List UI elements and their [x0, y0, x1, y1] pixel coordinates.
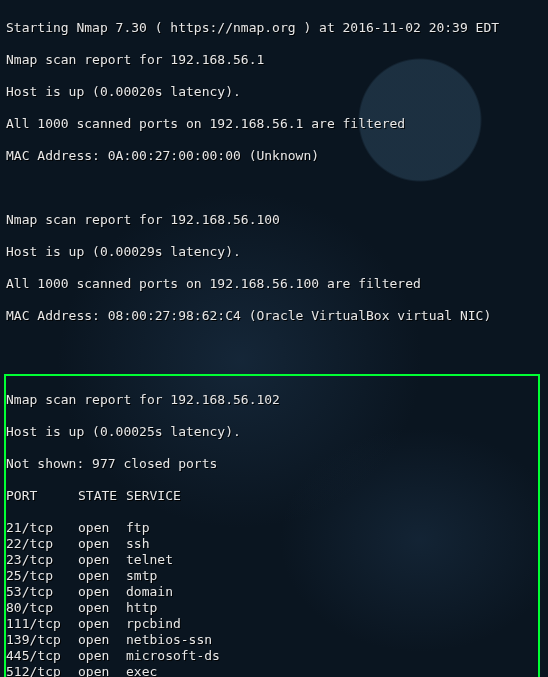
port-cell: 23/tcp — [6, 552, 78, 568]
port-row: 139/tcpopennetbios-ssn — [6, 632, 538, 648]
target-up: Host is up (0.00025s latency). — [6, 424, 538, 440]
host2-filtered: All 1000 scanned ports on 192.168.56.100… — [6, 276, 542, 292]
service-cell: rpcbind — [126, 616, 181, 631]
col-state: STATE — [78, 488, 126, 504]
port-cell: 512/tcp — [6, 664, 78, 677]
port-row: 25/tcpopensmtp — [6, 568, 538, 584]
target-notshown: Not shown: 977 closed ports — [6, 456, 538, 472]
highlighted-host-box: Nmap scan report for 192.168.56.102 Host… — [4, 374, 540, 677]
port-cell: 25/tcp — [6, 568, 78, 584]
port-cell: 445/tcp — [6, 648, 78, 664]
port-cell: 53/tcp — [6, 584, 78, 600]
service-cell: microsoft-ds — [126, 648, 220, 663]
port-row: 21/tcpopenftp — [6, 520, 538, 536]
port-cell: 22/tcp — [6, 536, 78, 552]
port-cell: 111/tcp — [6, 616, 78, 632]
state-cell: open — [78, 632, 126, 648]
port-table-header: PORTSTATESERVICE — [6, 488, 538, 504]
port-row: 445/tcpopenmicrosoft-ds — [6, 648, 538, 664]
port-row: 80/tcpopenhttp — [6, 600, 538, 616]
port-row: 23/tcpopentelnet — [6, 552, 538, 568]
host1-report: Nmap scan report for 192.168.56.1 — [6, 52, 542, 68]
state-cell: open — [78, 616, 126, 632]
state-cell: open — [78, 552, 126, 568]
state-cell: open — [78, 664, 126, 677]
state-cell: open — [78, 568, 126, 584]
host1-filtered: All 1000 scanned ports on 192.168.56.1 a… — [6, 116, 542, 132]
state-cell: open — [78, 584, 126, 600]
port-list: 21/tcpopenftp22/tcpopenssh23/tcpopenteln… — [6, 520, 538, 677]
service-cell: domain — [126, 584, 173, 599]
service-cell: exec — [126, 664, 157, 677]
state-cell: open — [78, 600, 126, 616]
nmap-starting-line: Starting Nmap 7.30 ( https://nmap.org ) … — [6, 20, 542, 36]
service-cell: telnet — [126, 552, 173, 567]
port-cell: 139/tcp — [6, 632, 78, 648]
col-service: SERVICE — [126, 488, 181, 503]
service-cell: ftp — [126, 520, 149, 535]
terminal-output: Starting Nmap 7.30 ( https://nmap.org ) … — [0, 0, 548, 677]
blank-line — [6, 340, 542, 356]
state-cell: open — [78, 520, 126, 536]
host2-mac: MAC Address: 08:00:27:98:62:C4 (Oracle V… — [6, 308, 542, 324]
state-cell: open — [78, 648, 126, 664]
port-row: 22/tcpopenssh — [6, 536, 538, 552]
service-cell: ssh — [126, 536, 149, 551]
port-row: 512/tcpopenexec — [6, 664, 538, 677]
service-cell: smtp — [126, 568, 157, 583]
port-row: 111/tcpopenrpcbind — [6, 616, 538, 632]
host2-report: Nmap scan report for 192.168.56.100 — [6, 212, 542, 228]
host1-mac: MAC Address: 0A:00:27:00:00:00 (Unknown) — [6, 148, 542, 164]
host2-up: Host is up (0.00029s latency). — [6, 244, 542, 260]
target-report: Nmap scan report for 192.168.56.102 — [6, 392, 538, 408]
state-cell: open — [78, 536, 126, 552]
blank-line — [6, 180, 542, 196]
service-cell: http — [126, 600, 157, 615]
port-row: 53/tcpopendomain — [6, 584, 538, 600]
port-cell: 21/tcp — [6, 520, 78, 536]
host1-up: Host is up (0.00020s latency). — [6, 84, 542, 100]
port-cell: 80/tcp — [6, 600, 78, 616]
col-port: PORT — [6, 488, 78, 504]
service-cell: netbios-ssn — [126, 632, 212, 647]
